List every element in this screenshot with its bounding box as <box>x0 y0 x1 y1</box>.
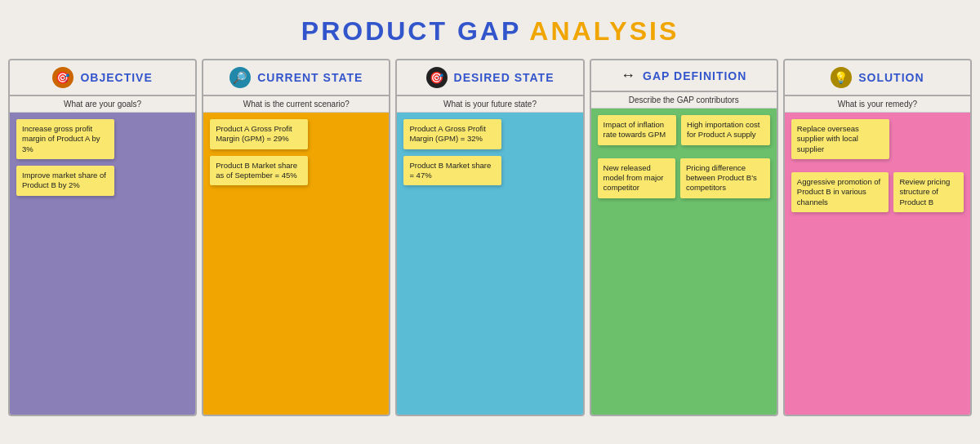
current-label: CURRENT STATE <box>257 71 363 84</box>
objective-body: Increase gross profit margin of Product … <box>10 113 195 415</box>
list-item: New released model from major competitor <box>598 158 675 198</box>
column-gap: ↔ GAP DEFINITION Describe the GAP contri… <box>590 59 778 416</box>
header-current: 🔎 CURRENT STATE <box>203 60 389 96</box>
current-body: Product A Gross Profit Margin (GPM) = 29… <box>203 113 389 415</box>
list-item: Aggressive promotion of Product B in var… <box>791 172 889 212</box>
desired-body: Product A Gross Profit Margin (GPM) = 32… <box>397 113 582 415</box>
solution-row-1: Replace overseas supplier with local sup… <box>791 119 964 166</box>
gap-body: Impact of inflation rate towards GPM Hig… <box>591 109 777 415</box>
gap-row-1: Impact of inflation rate towards GPM Hig… <box>598 115 770 152</box>
current-icon: 🔎 <box>229 67 251 88</box>
gap-label: GAP DEFINITION <box>643 69 746 82</box>
header-gap: ↔ GAP DEFINITION <box>591 60 777 92</box>
columns-container: 🎯 OBJECTIVE What are your goals? Increas… <box>8 59 972 416</box>
objective-icon: 🎯 <box>52 67 74 88</box>
page-title: PRODUCT GAP ANALYSIS <box>8 16 972 47</box>
desired-icon: 🎯 <box>426 67 448 88</box>
current-subheader: What is the current scenario? <box>203 96 389 113</box>
solution-subheader: What is your remedy? <box>785 96 970 113</box>
gap-subheader: Describe the GAP contributors <box>591 92 777 109</box>
title-analysis: ANALYSIS <box>529 16 679 46</box>
list-item: Review pricing structure of Product B <box>893 172 964 212</box>
list-item: Product A Gross Profit Margin (GPM) = 29… <box>210 119 308 149</box>
desired-label: DESIRED STATE <box>454 71 555 84</box>
solution-label: SOLUTION <box>858 71 924 84</box>
header-objective: 🎯 OBJECTIVE <box>10 60 195 96</box>
column-solution: 💡 SOLUTION What is your remedy? Replace … <box>783 59 972 416</box>
list-item: Product B Market share = 47% <box>403 156 501 186</box>
header-desired: 🎯 DESIRED STATE <box>397 60 582 96</box>
objective-subheader: What are your goals? <box>10 96 195 113</box>
list-item: Product B Market share as of September =… <box>210 156 308 186</box>
list-item: Replace overseas supplier with local sup… <box>791 119 889 159</box>
list-item: Increase gross profit margin of Product … <box>16 119 114 159</box>
solution-body: Replace overseas supplier with local sup… <box>785 113 970 415</box>
gap-row-2: New released model from major competitor… <box>598 158 770 205</box>
column-objective: 🎯 OBJECTIVE What are your goals? Increas… <box>8 59 197 416</box>
desired-subheader: What is your future state? <box>397 96 582 113</box>
header-solution: 💡 SOLUTION <box>785 60 970 96</box>
column-desired: 🎯 DESIRED STATE What is your future stat… <box>395 59 584 416</box>
list-item: Impact of inflation rate towards GPM <box>598 115 677 145</box>
list-item: Improve market share of Product B by 2% <box>16 166 114 196</box>
list-item: High importation cost for Product A supp… <box>681 115 770 145</box>
list-item: Pricing difference between Product B's c… <box>680 158 770 198</box>
title-product: PRODUCT GAP <box>301 16 530 46</box>
column-current: 🔎 CURRENT STATE What is the current scen… <box>202 59 390 416</box>
gap-icon: ↔ <box>621 67 636 84</box>
solution-row-2: Aggressive promotion of Product B in var… <box>791 172 964 219</box>
list-item: Product A Gross Profit Margin (GPM) = 32… <box>403 119 501 149</box>
objective-label: OBJECTIVE <box>80 71 152 84</box>
solution-icon: 💡 <box>831 67 852 88</box>
